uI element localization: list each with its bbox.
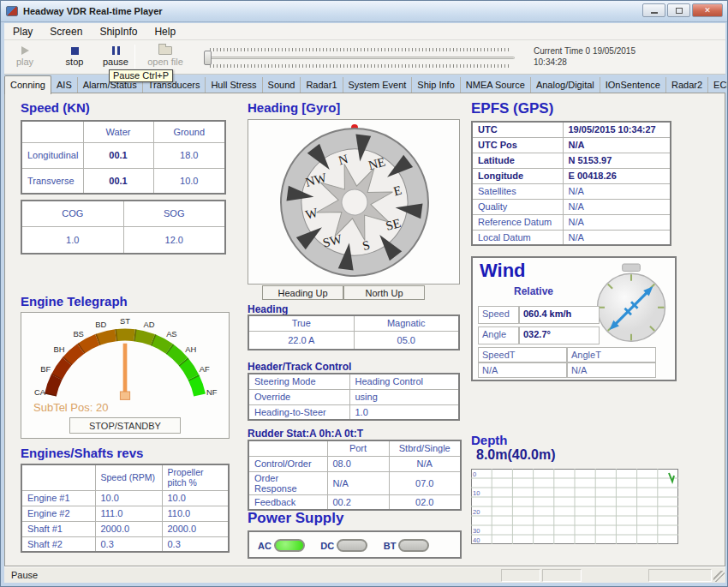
wind-anglet-value: N/A (567, 362, 656, 378)
track-control-title: Header/Track Control (248, 361, 351, 373)
table-row: Control/Order 08.0 N/A (248, 456, 461, 471)
svg-text:30: 30 (473, 527, 480, 535)
table-row: 1.0 12.0 (21, 226, 225, 254)
power-supply-title: Power Supply (248, 510, 343, 527)
epfs-table: UTC19/05/2015 10:34:27 UTC PosN/A Latitu… (471, 121, 671, 246)
tab-sound[interactable]: Sound (263, 77, 301, 93)
current-time: Current Time 0 19/05/2015 10:34:28 (534, 45, 705, 68)
table-row: Shaft #2 0.3 0.3 (21, 536, 229, 552)
menu-shipinfo[interactable]: ShipInfo (91, 24, 146, 39)
epfs-title: EPFS (GPS) (471, 100, 553, 117)
stop-standby-button[interactable]: STOP/STANDBY (69, 417, 181, 434)
svg-text:20: 20 (473, 508, 480, 516)
maximize-button[interactable] (667, 3, 690, 17)
time-slider[interactable] (206, 57, 515, 59)
engines-table: Speed (RPM) Propeller pitch % Engine #1 … (21, 464, 230, 553)
table-row: Order Response N/A 07.0 (248, 471, 461, 494)
svg-text:BD: BD (95, 320, 106, 329)
play-icon (21, 46, 29, 55)
heading-up-button[interactable]: Heading Up (262, 285, 343, 300)
minimize-icon (651, 12, 658, 14)
tab-system-event[interactable]: System Event (343, 77, 413, 93)
gyro-compass-panel: N NE E SE S SW W NW (248, 119, 460, 285)
slider-ticks-bottom (210, 64, 511, 68)
svg-text:AF: AF (200, 365, 210, 374)
speed-title: Speed (KN) (21, 100, 90, 115)
svg-text:AH: AH (185, 345, 196, 354)
tab-ship-info[interactable]: Ship Info (412, 77, 460, 93)
heading-title: Heading (248, 303, 288, 315)
engine-telegraph-panel: CA BF BH BS BD ST AD AS AH AF NF SubTel … (21, 312, 230, 439)
rudder-table: Port Stbrd/Single Control/Order 08.0 N/A… (248, 440, 462, 511)
table-row: Transverse 00.1 10.0 (21, 168, 225, 194)
stop-button[interactable]: stop (56, 43, 93, 67)
subtel-position: SubTel Pos: 20 (33, 401, 108, 414)
table-row: LatitudeN 5153.97 (472, 153, 671, 168)
resize-grip[interactable] (713, 571, 725, 582)
menu-help[interactable]: Help (146, 24, 184, 39)
north-up-button[interactable]: North Up (343, 285, 425, 300)
wind-direction-gauge (591, 261, 671, 347)
table-row: Local DatumN/A (472, 230, 671, 245)
time-slider-thumb[interactable] (204, 51, 212, 65)
tab-nmea-source[interactable]: NMEA Source (461, 77, 531, 93)
table-row: SatellitesN/A (472, 183, 671, 199)
bt-led (398, 539, 429, 552)
rudder-title: Rudder Stat:A 0h:A 0t:T (248, 428, 363, 440)
svg-text:CA: CA (34, 388, 46, 397)
wind-speedt-label: SpeedT (478, 347, 567, 362)
table-row: Heading-to-Steer 1.0 (248, 404, 459, 420)
tab-ionsentence[interactable]: IOnSentence (600, 77, 666, 93)
open-file-button[interactable]: open file (141, 43, 189, 67)
depth-value: 8.0m(40.0m) (476, 447, 556, 463)
table-row: Override using (248, 389, 459, 404)
wind-speedt-value: N/A (478, 362, 567, 378)
wind-angle-value: 032.7° (519, 326, 600, 344)
tab-ecdis1[interactable]: ECDIS1 (708, 77, 728, 93)
menu-screen[interactable]: Screen (41, 24, 91, 39)
svg-text:AS: AS (166, 330, 176, 338)
table-row: LongitudeE 00418.26 (472, 168, 671, 183)
stop-icon (71, 47, 79, 55)
heading-table: True Magnatic 22.0 A 05.0 (248, 314, 460, 350)
table-row: QualityN/A (472, 199, 671, 214)
svg-text:BS: BS (73, 330, 84, 338)
svg-text:10: 10 (473, 489, 480, 497)
tab-conning[interactable]: Conning (4, 75, 51, 94)
wind-speed-value: 060.4 km/h (519, 306, 600, 324)
slider-ticks-top (210, 48, 511, 51)
pause-tooltip: Pause Ctrl+P (109, 69, 173, 82)
dc-led (337, 539, 367, 552)
tab-radar2[interactable]: Radar2 (666, 77, 708, 93)
table-row: Longitudinal 00.1 18.0 (21, 142, 225, 168)
engine-telegraph-gauge: CA BF BH BS BD ST AD AS AH AF NF (22, 314, 228, 404)
tab-radar1[interactable]: Radar1 (301, 77, 343, 93)
power-supply-panel: AC DC BT (248, 530, 462, 559)
menu-play[interactable]: Play (4, 24, 41, 39)
wind-angle-label: Angle (478, 326, 519, 344)
title-bar[interactable]: Headway VDR Real-time Player ✕ (1, 1, 727, 22)
depth-chart: 0 10 20 30 40 (471, 469, 678, 544)
tab-hull-stress[interactable]: Hull Stress (206, 77, 262, 93)
table-row: Shaft #1 2000.0 2000.0 (21, 521, 229, 536)
svg-text:NF: NF (206, 388, 218, 397)
pause-button[interactable]: pause (97, 43, 134, 67)
svg-text:40: 40 (473, 536, 480, 544)
close-button[interactable]: ✕ (692, 3, 723, 17)
table-row: Engine #1 10.0 10.0 (21, 490, 229, 506)
app-window: Headway VDR Real-time Player ✕ Play Scre… (0, 0, 728, 587)
status-bar: Pause (4, 566, 725, 583)
gyro-title: Heading [Gyro] (248, 100, 340, 115)
minimize-button[interactable] (642, 3, 665, 17)
tab-ais[interactable]: AIS (51, 77, 78, 93)
svg-text:ST: ST (120, 317, 130, 326)
app-icon (6, 6, 18, 16)
menu-bar: Play Screen ShipInfo Help (4, 23, 725, 40)
wind-title: Wind (480, 260, 526, 282)
depth-title: Depth (471, 433, 508, 447)
svg-text:AD: AD (144, 320, 155, 329)
play-button[interactable]: play (6, 43, 44, 67)
table-row: UTC PosN/A (472, 137, 671, 153)
cog-sog-table: COG SOG 1.0 12.0 (21, 200, 226, 255)
tab-analog-digital[interactable]: Analog/Digital (531, 77, 600, 93)
